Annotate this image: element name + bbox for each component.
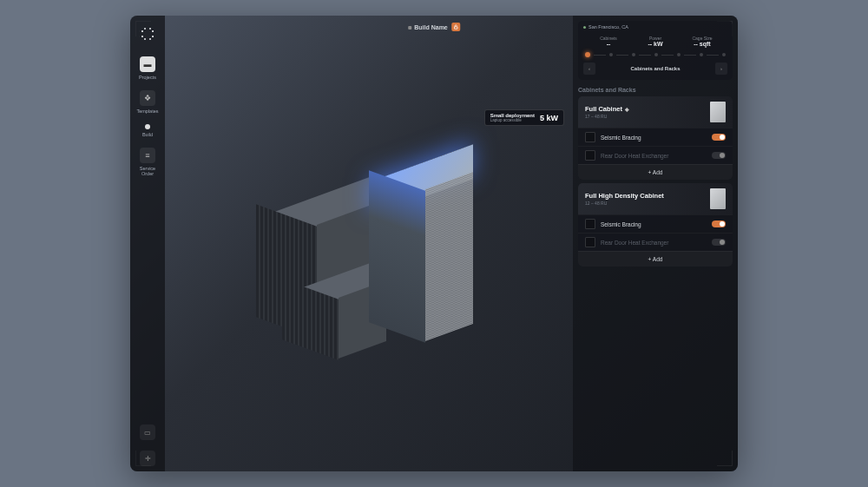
option-checkbox[interactable] [585,237,595,247]
option-row: Seismic Bracing [578,128,733,146]
step-dot[interactable] [677,53,681,56]
option-toggle[interactable] [712,134,726,141]
card-subtitle: 17 – 48 RU [585,114,629,119]
step-dot[interactable] [632,53,635,56]
option-label: Rear Door Heat Exchanger [601,153,707,159]
cards-scroll-area[interactable]: Full Cabinet ◈ 17 – 48 RU Seismic Bracin… [573,96,738,471]
recenter-icon[interactable]: ✛ [140,451,155,466]
projects-icon: ▬ [140,56,155,72]
app-window: ▬ Projects ❖ Templates Build ≡ Service O… [130,16,738,471]
cabinet-thumbnail [710,102,726,122]
progress-stepper [583,52,727,61]
cabinet-card: Full Cabinet ◈ 17 – 48 RU Seismic Bracin… [578,96,733,180]
stage-next-button[interactable]: › [715,63,727,75]
card-header[interactable]: Full Cabinet ◈ 17 – 48 RU [578,96,733,128]
build-name-label[interactable]: Build Name [408,24,448,30]
sidebar-item-label: Templates [136,109,158,114]
metric-value: -- kW [648,41,662,47]
option-label: Rear Door Heat Exchanger [601,240,707,246]
cabinet-thumbnail [710,188,726,209]
tooltip-subtitle: Laptop accessible [490,118,535,122]
sidebar-item-projects[interactable]: ▬ Projects [134,54,161,82]
sidebar-item-label: Build [142,132,153,137]
option-checkbox[interactable] [585,132,595,142]
cabinet-tooltip: Small deployment Laptop accessible 5 kW [484,109,564,126]
stage-prev-button[interactable]: ‹ [583,63,595,75]
option-row: Seismic Bracing [578,214,733,233]
step-dot[interactable] [654,53,658,56]
sidebar: ▬ Projects ❖ Templates Build ≡ Service O… [130,16,165,471]
option-row: Rear Door Heat Exchanger [578,146,733,164]
tooltip-value: 5 kW [540,114,558,122]
option-label: Seismic Bracing [601,135,707,141]
collapse-icon[interactable]: ▭ [140,424,155,440]
lock-icon[interactable] [451,23,460,31]
sidebar-item-service-order[interactable]: ≡ Service Order [134,145,161,179]
sidebar-item-label: Projects [139,75,156,80]
card-title: Full Cabinet [585,105,622,113]
metric-cabinets: Cabinets -- [585,36,632,47]
cabinet-card: Full High Density Cabinet 12 – 48 RU Sei… [578,183,733,267]
service-order-icon: ≡ [140,148,155,163]
canvas-viewport[interactable] [165,36,573,463]
location-row[interactable]: San Francisco, CA [583,24,727,32]
option-toggle[interactable] [712,220,726,227]
sidebar-item-label: Service Order [134,166,161,176]
section-title: Cabinets and Racks [578,87,733,93]
card-header[interactable]: Full High Density Cabinet 12 – 48 RU [578,183,733,214]
step-dot[interactable] [700,53,703,56]
step-dot[interactable] [609,53,613,56]
topbar: Build Name [408,23,460,31]
summary-card: San Francisco, CA Cabinets -- Power -- k… [578,21,733,80]
option-toggle[interactable] [712,239,726,246]
metric-power: Power -- kW [632,36,679,47]
step-dot[interactable] [585,52,590,57]
diamond-icon: ◈ [625,106,629,112]
sidebar-item-templates[interactable]: ❖ Templates [134,88,161,116]
stage-label: Cabinets and Racks [630,66,680,71]
svg-rect-0 [454,27,457,30]
right-panel: San Francisco, CA Cabinets -- Power -- k… [573,16,738,471]
step-dot[interactable] [722,53,726,56]
metric-cage-size: Cage Size -- sqft [679,36,726,47]
option-label: Seismic Bracing [601,221,707,227]
metric-value: -- sqft [694,41,710,47]
option-checkbox[interactable] [585,219,595,229]
option-checkbox[interactable] [585,150,595,161]
location-status-dot [583,26,586,29]
logo-icon[interactable] [138,24,157,43]
sidebar-item-build[interactable]: Build [134,122,161,140]
add-button[interactable]: + Add [578,164,733,180]
option-toggle[interactable] [712,152,726,159]
templates-icon: ❖ [140,90,155,106]
add-button[interactable]: + Add [578,251,733,267]
card-subtitle: 12 – 48 RU [585,201,664,206]
card-title: Full High Density Cabinet [585,192,664,200]
location-label: San Francisco, CA [589,24,628,30]
build-icon [145,124,150,129]
metric-value: -- [607,41,611,47]
option-row: Rear Door Heat Exchanger [578,233,733,251]
